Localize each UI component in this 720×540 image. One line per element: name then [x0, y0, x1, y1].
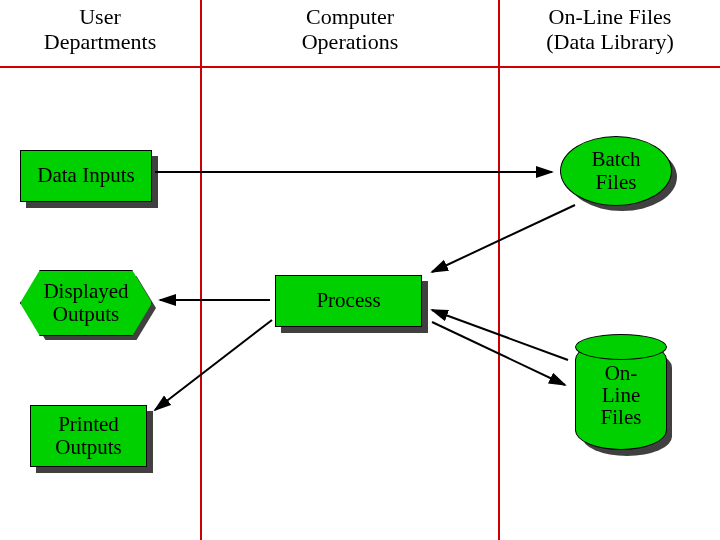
node-label: Printed Outputs — [55, 413, 122, 459]
node-label: Batch Files — [592, 148, 641, 194]
node-printed-outputs: Printed Outputs — [30, 405, 147, 467]
node-label: On- Line Files — [601, 362, 642, 428]
header-text: Operations — [302, 29, 399, 54]
svg-line-3 — [432, 205, 575, 272]
node-displayed-outputs: Displayed Outputs — [20, 270, 152, 336]
vertical-divider — [498, 0, 500, 540]
column-header-user-departments: User Departments — [0, 4, 200, 55]
node-label: Process — [316, 289, 380, 312]
header-text: On-Line Files — [549, 4, 672, 29]
node-label: Displayed Outputs — [43, 280, 128, 326]
svg-line-2 — [155, 320, 272, 410]
node-process: Process — [275, 275, 422, 327]
header-text: Computer — [306, 4, 394, 29]
node-label: Data Inputs — [37, 164, 134, 187]
column-header-computer-operations: Computer Operations — [200, 4, 500, 55]
header-text: (Data Library) — [546, 29, 674, 54]
header-text: User — [79, 4, 121, 29]
column-header-online-files: On-Line Files (Data Library) — [500, 4, 720, 55]
cylinder-cap — [575, 334, 667, 360]
horizontal-divider — [0, 66, 720, 68]
node-data-inputs: Data Inputs — [20, 150, 152, 202]
header-text: Departments — [44, 29, 156, 54]
node-batch-files: Batch Files — [560, 136, 672, 206]
svg-line-4 — [432, 310, 568, 360]
vertical-divider — [200, 0, 202, 540]
